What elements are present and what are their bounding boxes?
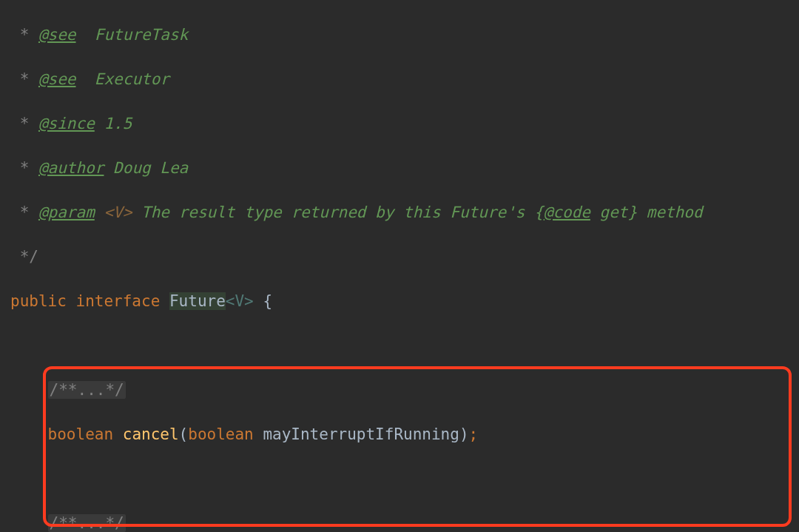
javadoc-text: The result type returned by this Future'… (141, 203, 544, 221)
doc-star: * (10, 115, 38, 132)
javadoc-text (95, 115, 104, 132)
space (95, 203, 104, 221)
javadoc-text: 1.5 (104, 115, 132, 132)
javadoc-text: Executor (95, 70, 169, 88)
doc-line-since: * @since 1.5 (10, 112, 799, 135)
javadoc-text (76, 70, 95, 88)
param-name: mayInterruptIfRunning) (263, 425, 468, 443)
keyword-boolean: boolean (48, 425, 123, 443)
fold-marker[interactable]: /**...*/ (48, 381, 126, 399)
doc-star: * (10, 203, 38, 221)
doc-line-see-executor: * @see Executor (10, 68, 799, 90)
class-name-future: Future (169, 292, 226, 310)
keyword-boolean: boolean (188, 425, 263, 443)
doc-star: * (10, 70, 38, 88)
paren-open: ( (179, 425, 189, 443)
javadoc-type-param: <V> (104, 203, 132, 221)
javadoc-author-tag: @author (38, 159, 104, 177)
space (132, 203, 141, 221)
method-cancel: boolean cancel(boolean mayInterruptIfRun… (10, 423, 799, 445)
keyword-public: public (10, 292, 76, 310)
doc-line-author: * @author Doug Lea (10, 157, 799, 179)
method-name-cancel: cancel (123, 425, 179, 443)
doc-end: */ (10, 248, 38, 266)
javadoc-text: Doug Lea (113, 159, 188, 177)
brace-open: { (263, 292, 272, 310)
doc-star: * (10, 26, 38, 44)
javadoc-text (76, 26, 95, 44)
javadoc-see-tag: @see (38, 70, 76, 88)
javadoc-code-text: get} method (590, 203, 703, 221)
doc-star: * (10, 159, 38, 177)
javadoc-param-tag: @param (38, 203, 95, 221)
blank-line (10, 334, 799, 357)
blank-line (10, 468, 799, 490)
fold-line: /**...*/ (10, 379, 799, 401)
doc-line-end: */ (10, 246, 799, 268)
javadoc-text (104, 159, 113, 177)
code-editor[interactable]: * @see FutureTask * @see Executor * @sin… (0, 0, 799, 532)
keyword-interface: interface (76, 292, 169, 310)
javadoc-code-tag: @code (544, 203, 590, 221)
doc-line-param: * @param <V> The result type returned by… (10, 201, 799, 223)
javadoc-text: FutureTask (95, 26, 188, 44)
interface-declaration: public interface Future<V> { (10, 290, 799, 312)
fold-line: /**...*/ (10, 512, 799, 532)
doc-line-see-futuretask: * @see FutureTask (10, 24, 799, 46)
javadoc-since-tag: @since (38, 115, 95, 132)
javadoc-see-tag: @see (38, 26, 76, 44)
fold-marker[interactable]: /**...*/ (48, 514, 126, 532)
semicolon: ; (469, 425, 479, 443)
type-param: <V> (226, 292, 263, 310)
